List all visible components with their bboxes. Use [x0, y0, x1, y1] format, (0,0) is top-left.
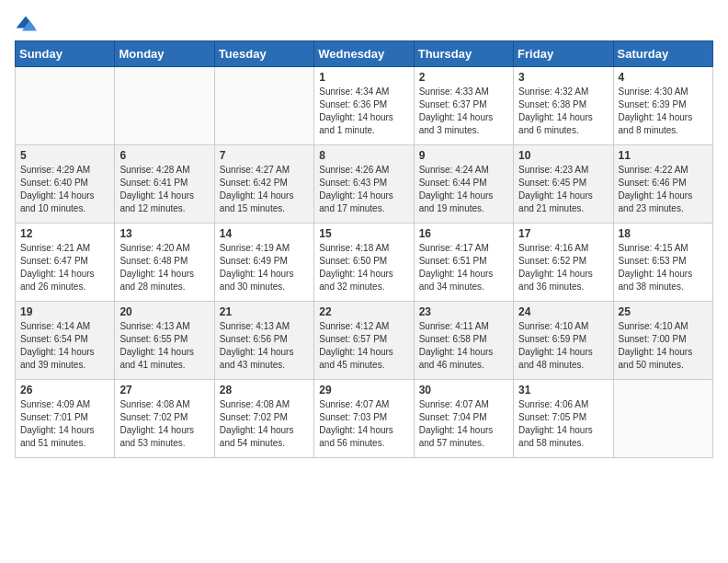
day-number: 11	[619, 149, 708, 162]
calendar-cell: 2Sunrise: 4:33 AM Sunset: 6:37 PM Daylig…	[414, 67, 513, 145]
calendar-cell: 14Sunrise: 4:19 AM Sunset: 6:49 PM Dayli…	[214, 224, 313, 302]
day-number: 30	[419, 384, 508, 396]
weekday-header: Sunday	[16, 41, 115, 67]
day-number: 1	[319, 71, 408, 84]
day-content: Sunrise: 4:17 AM Sunset: 6:51 PM Dayligh…	[419, 242, 508, 293]
day-content: Sunrise: 4:09 AM Sunset: 7:01 PM Dayligh…	[20, 398, 109, 450]
day-number: 23	[419, 305, 508, 318]
calendar-cell: 24Sunrise: 4:10 AM Sunset: 6:59 PM Dayli…	[514, 302, 613, 380]
weekday-header: Tuesday	[214, 41, 313, 67]
day-number: 19	[20, 305, 109, 318]
day-content: Sunrise: 4:13 AM Sunset: 6:56 PM Dayligh…	[220, 320, 309, 372]
day-number: 10	[518, 149, 608, 162]
day-content: Sunrise: 4:32 AM Sunset: 6:38 PM Dayligh…	[518, 86, 608, 137]
day-content: Sunrise: 4:26 AM Sunset: 6:43 PM Dayligh…	[319, 164, 408, 215]
day-number: 7	[220, 149, 309, 162]
calendar-cell: 22Sunrise: 4:12 AM Sunset: 6:57 PM Dayli…	[314, 302, 414, 380]
calendar-week-row: 1Sunrise: 4:34 AM Sunset: 6:36 PM Daylig…	[16, 67, 713, 145]
calendar-cell: 31Sunrise: 4:06 AM Sunset: 7:05 PM Dayli…	[514, 380, 613, 458]
calendar-cell: 23Sunrise: 4:11 AM Sunset: 6:58 PM Dayli…	[414, 302, 513, 380]
calendar-cell: 27Sunrise: 4:08 AM Sunset: 7:02 PM Dayli…	[115, 380, 214, 458]
day-content: Sunrise: 4:29 AM Sunset: 6:40 PM Dayligh…	[20, 164, 109, 215]
calendar-table: SundayMondayTuesdayWednesdayThursdayFrid…	[15, 40, 713, 458]
calendar-cell: 17Sunrise: 4:16 AM Sunset: 6:52 PM Dayli…	[514, 224, 613, 302]
calendar-cell: 6Sunrise: 4:28 AM Sunset: 6:41 PM Daylig…	[115, 145, 214, 224]
calendar-cell	[16, 67, 115, 145]
calendar-cell: 16Sunrise: 4:17 AM Sunset: 6:51 PM Dayli…	[414, 224, 513, 302]
day-number: 6	[119, 149, 209, 162]
calendar-cell: 18Sunrise: 4:15 AM Sunset: 6:53 PM Dayli…	[613, 224, 712, 302]
calendar-week-row: 12Sunrise: 4:21 AM Sunset: 6:47 PM Dayli…	[16, 224, 713, 302]
calendar-cell	[115, 67, 214, 145]
calendar-cell: 19Sunrise: 4:14 AM Sunset: 6:54 PM Dayli…	[16, 302, 115, 380]
page-header	[15, 15, 713, 33]
calendar-cell: 26Sunrise: 4:09 AM Sunset: 7:01 PM Dayli…	[16, 380, 115, 458]
day-content: Sunrise: 4:16 AM Sunset: 6:52 PM Dayligh…	[518, 242, 608, 293]
logo	[15, 15, 40, 33]
day-number: 18	[619, 227, 708, 240]
day-number: 21	[220, 305, 309, 318]
day-content: Sunrise: 4:10 AM Sunset: 7:00 PM Dayligh…	[619, 320, 708, 372]
day-content: Sunrise: 4:12 AM Sunset: 6:57 PM Dayligh…	[319, 320, 408, 372]
weekday-header: Saturday	[613, 41, 712, 67]
calendar-cell: 10Sunrise: 4:23 AM Sunset: 6:45 PM Dayli…	[514, 145, 613, 224]
weekday-header: Thursday	[414, 41, 513, 67]
calendar-week-row: 5Sunrise: 4:29 AM Sunset: 6:40 PM Daylig…	[16, 145, 713, 224]
day-content: Sunrise: 4:22 AM Sunset: 6:46 PM Dayligh…	[619, 164, 708, 215]
logo-icon	[15, 15, 37, 33]
calendar-cell: 4Sunrise: 4:30 AM Sunset: 6:39 PM Daylig…	[613, 67, 712, 145]
day-number: 27	[119, 384, 209, 396]
calendar-cell: 15Sunrise: 4:18 AM Sunset: 6:50 PM Dayli…	[314, 224, 414, 302]
day-number: 15	[319, 227, 408, 240]
day-number: 8	[319, 149, 408, 162]
day-content: Sunrise: 4:08 AM Sunset: 7:02 PM Dayligh…	[119, 398, 209, 450]
day-content: Sunrise: 4:18 AM Sunset: 6:50 PM Dayligh…	[319, 242, 408, 293]
day-number: 5	[20, 149, 109, 162]
calendar-cell: 3Sunrise: 4:32 AM Sunset: 6:38 PM Daylig…	[514, 67, 613, 145]
day-number: 3	[518, 71, 608, 84]
day-number: 26	[20, 384, 109, 396]
day-content: Sunrise: 4:19 AM Sunset: 6:49 PM Dayligh…	[220, 242, 309, 293]
day-content: Sunrise: 4:27 AM Sunset: 6:42 PM Dayligh…	[220, 164, 309, 215]
weekday-header: Monday	[115, 41, 214, 67]
calendar-cell: 29Sunrise: 4:07 AM Sunset: 7:03 PM Dayli…	[314, 380, 414, 458]
calendar-cell	[613, 380, 712, 458]
calendar-cell: 12Sunrise: 4:21 AM Sunset: 6:47 PM Dayli…	[16, 224, 115, 302]
day-number: 24	[518, 305, 608, 318]
calendar-cell: 1Sunrise: 4:34 AM Sunset: 6:36 PM Daylig…	[314, 67, 414, 145]
day-number: 12	[20, 227, 109, 240]
calendar-cell: 9Sunrise: 4:24 AM Sunset: 6:44 PM Daylig…	[414, 145, 513, 224]
day-number: 29	[319, 384, 408, 396]
day-number: 14	[220, 227, 309, 240]
day-number: 17	[518, 227, 608, 240]
day-number: 9	[419, 149, 508, 162]
day-content: Sunrise: 4:21 AM Sunset: 6:47 PM Dayligh…	[20, 242, 109, 293]
day-content: Sunrise: 4:20 AM Sunset: 6:48 PM Dayligh…	[119, 242, 209, 293]
day-content: Sunrise: 4:07 AM Sunset: 7:04 PM Dayligh…	[419, 398, 508, 450]
calendar-cell: 8Sunrise: 4:26 AM Sunset: 6:43 PM Daylig…	[314, 145, 414, 224]
calendar-cell: 7Sunrise: 4:27 AM Sunset: 6:42 PM Daylig…	[214, 145, 313, 224]
day-content: Sunrise: 4:13 AM Sunset: 6:55 PM Dayligh…	[119, 320, 209, 372]
day-number: 25	[619, 305, 708, 318]
calendar-cell: 28Sunrise: 4:08 AM Sunset: 7:02 PM Dayli…	[214, 380, 313, 458]
calendar-cell: 21Sunrise: 4:13 AM Sunset: 6:56 PM Dayli…	[214, 302, 313, 380]
day-content: Sunrise: 4:33 AM Sunset: 6:37 PM Dayligh…	[419, 86, 508, 137]
day-content: Sunrise: 4:06 AM Sunset: 7:05 PM Dayligh…	[518, 398, 608, 450]
calendar-week-row: 19Sunrise: 4:14 AM Sunset: 6:54 PM Dayli…	[16, 302, 713, 380]
day-content: Sunrise: 4:11 AM Sunset: 6:58 PM Dayligh…	[419, 320, 508, 372]
day-content: Sunrise: 4:15 AM Sunset: 6:53 PM Dayligh…	[619, 242, 708, 293]
day-content: Sunrise: 4:08 AM Sunset: 7:02 PM Dayligh…	[220, 398, 309, 450]
calendar-cell: 30Sunrise: 4:07 AM Sunset: 7:04 PM Dayli…	[414, 380, 513, 458]
day-number: 4	[619, 71, 708, 84]
day-number: 31	[518, 384, 608, 396]
day-content: Sunrise: 4:23 AM Sunset: 6:45 PM Dayligh…	[518, 164, 608, 215]
day-content: Sunrise: 4:30 AM Sunset: 6:39 PM Dayligh…	[619, 86, 708, 137]
calendar-week-row: 26Sunrise: 4:09 AM Sunset: 7:01 PM Dayli…	[16, 380, 713, 458]
day-number: 28	[220, 384, 309, 396]
day-number: 22	[319, 305, 408, 318]
day-content: Sunrise: 4:07 AM Sunset: 7:03 PM Dayligh…	[319, 398, 408, 450]
weekday-header-row: SundayMondayTuesdayWednesdayThursdayFrid…	[16, 41, 713, 67]
day-number: 13	[119, 227, 209, 240]
calendar-cell: 13Sunrise: 4:20 AM Sunset: 6:48 PM Dayli…	[115, 224, 214, 302]
day-content: Sunrise: 4:14 AM Sunset: 6:54 PM Dayligh…	[20, 320, 109, 372]
